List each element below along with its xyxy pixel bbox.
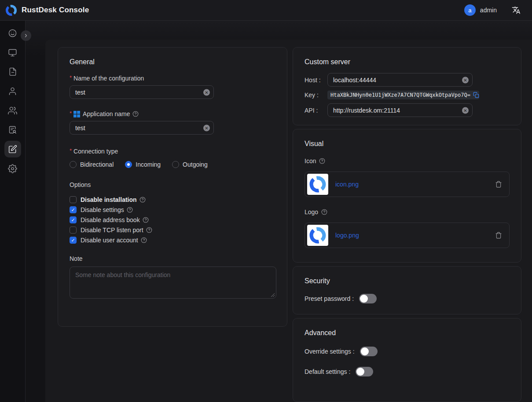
api-label: API : [305,107,327,114]
user-avatar[interactable]: a [464,4,476,16]
required-asterisk: * [70,74,72,81]
override-settings-label: Override settings : [305,348,355,355]
document-icon [8,67,17,76]
api-input[interactable] [327,103,473,117]
general-card: General * Name of the configuration ✕ * [58,47,287,327]
main-area: General * Name of the configuration ✕ * [26,21,532,402]
logo-thumbnail [307,225,328,246]
edit-icon [8,145,17,153]
config-name-input[interactable] [70,85,214,99]
checkbox-disable-installation[interactable]: Disable installation [70,196,275,203]
content-panel: General * Name of the configuration ✕ * [45,40,532,402]
visual-card: Visual Icon icon.png [293,129,521,263]
clear-api-icon[interactable]: ✕ [462,107,469,113]
sidebar [0,21,26,402]
radio-incoming[interactable]: Incoming [125,161,161,168]
checkbox-box [70,196,77,203]
help-icon[interactable] [141,237,147,243]
sidebar-item-devices[interactable] [3,43,22,62]
trash-icon [495,232,502,239]
default-settings-toggle[interactable] [356,367,373,376]
checkbox-disable-user-account[interactable]: Disable user account [70,237,275,244]
checkbox-box [70,227,77,234]
help-icon[interactable] [139,197,146,203]
icon-file-link[interactable]: icon.png [335,181,488,188]
security-card: Security Preset password : [293,266,521,314]
checkbox-disable-address-book[interactable]: Disable address book [70,216,275,223]
gear-icon [8,164,17,173]
rustdesk-logo-icon [309,227,327,244]
translate-icon [512,6,521,15]
sidebar-item-custom-client[interactable] [3,139,22,159]
sidebar-item-dashboard[interactable] [3,23,22,43]
resize-handle-icon[interactable] [270,292,275,297]
sidebar-item-groups[interactable] [3,101,22,120]
sidebar-item-users[interactable] [3,81,22,101]
checkbox-box [70,206,77,213]
preset-password-label: Preset password : [305,295,354,302]
users-group-icon [8,106,17,115]
radio-outgoing[interactable]: Outgoing [172,161,208,168]
icon-upload-box: icon.png [305,172,510,197]
icon-thumbnail [307,174,328,195]
language-button[interactable] [512,6,521,15]
help-icon[interactable] [143,217,149,223]
user-name[interactable]: admin [480,7,497,14]
app-header: RustDesk Console a admin [0,0,532,21]
custom-server-card: Custom server Host : ✕ Key : HtaXBkJNHyn… [293,47,521,125]
logo-file-link[interactable]: logo.png [335,232,488,239]
host-label: Host : [305,77,327,84]
brand: RustDesk Console [5,4,89,16]
icon-label: Icon [305,157,510,164]
app-name-input[interactable] [70,121,214,135]
key-value-box: HtaXBkJNHyn0e1U1jWXze7A7CN7QTGWqxkOtpaVp… [327,91,479,99]
audit-log-icon [8,125,17,134]
sidebar-item-settings[interactable] [3,159,22,178]
rustdesk-logo-icon [5,4,17,16]
user-icon [8,87,17,96]
connection-type-group: Bidirectional Incoming Outgoing [70,161,275,168]
chevron-right-icon [23,33,29,38]
copy-key-button[interactable] [473,92,479,98]
checkbox-box [70,216,77,223]
copy-icon [473,92,479,98]
trash-icon [495,181,502,188]
checkbox-disable-settings[interactable]: Disable settings [70,206,275,213]
sidebar-item-audit[interactable] [3,120,22,139]
checkbox-box [70,237,77,244]
help-icon[interactable] [321,209,327,215]
general-title: General [70,58,275,66]
host-input[interactable] [327,73,473,87]
checkbox-disable-tcp-listen-port[interactable]: Disable TCP listen port [70,227,275,234]
delete-logo-button[interactable] [495,232,502,239]
clear-host-icon[interactable]: ✕ [462,77,469,83]
override-settings-toggle[interactable] [360,347,378,356]
help-icon[interactable] [127,207,133,213]
custom-server-title: Custom server [305,58,510,66]
preset-password-toggle[interactable] [359,294,377,303]
logo-upload-box: logo.png [305,223,510,248]
options-list: Disable installation Disable settings [70,196,275,244]
visual-title: Visual [305,140,510,148]
clear-config-name-icon[interactable]: ✕ [203,89,210,95]
monitor-icon [8,48,17,57]
clear-app-name-icon[interactable]: ✕ [203,124,210,131]
help-icon[interactable] [319,158,325,164]
delete-icon-button[interactable] [495,181,502,188]
radio-bidirectional[interactable]: Bidirectional [70,161,114,168]
note-textarea[interactable] [70,267,276,299]
radio-circle [125,161,132,168]
app-name-label: * Application name [70,110,275,117]
help-icon[interactable] [132,111,139,117]
advanced-card: Advanced Override settings : Default set… [293,318,521,402]
default-settings-label: Default settings : [305,368,350,375]
help-icon[interactable] [146,227,152,233]
sidebar-item-documents[interactable] [3,62,22,81]
options-label: Options [70,181,275,188]
config-name-label: * Name of the configuration [70,75,275,82]
logo-label: Logo [305,208,510,216]
sidebar-expand-button[interactable] [21,30,31,41]
advanced-title: Advanced [305,329,510,337]
radio-circle [172,161,179,168]
windows-logo-icon [73,111,80,117]
